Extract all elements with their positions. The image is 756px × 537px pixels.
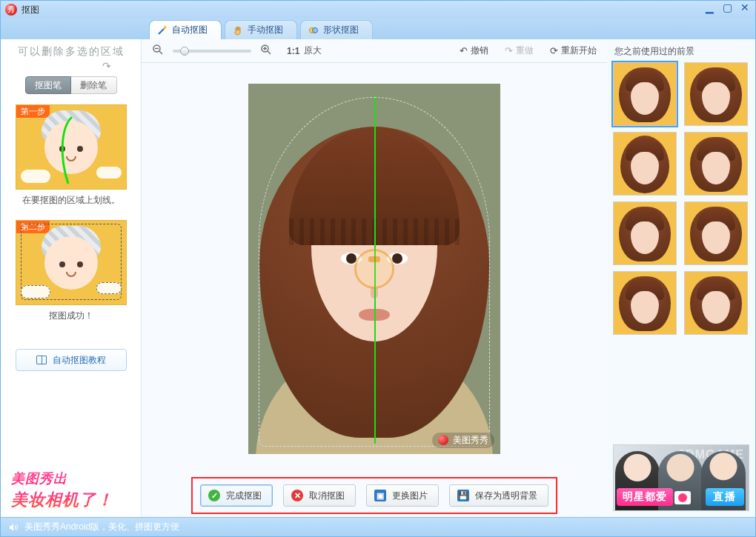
recent-thumb[interactable] [684, 132, 748, 196]
watermark-chip: 美图秀秀 [432, 433, 494, 448]
recent-thumb[interactable] [613, 201, 677, 265]
ad-banner[interactable]: 3DMGAME 明星都爱 直播 [613, 444, 749, 511]
canvas[interactable]: 美图秀秀 [248, 84, 500, 454]
promo-line2: 美妆相机了！ [11, 489, 134, 511]
action-buttons-highlight: ✓完成抠图 ✕取消抠图 ▣更换图片 💾保存为透明背景 [191, 477, 557, 514]
tab-label: 自动抠图 [172, 24, 208, 36]
cutout-pen-button[interactable]: 抠图笔 [25, 76, 71, 94]
cross-icon: ✕ [291, 490, 303, 501]
save-label: 保存为透明背景 [475, 490, 537, 502]
status-text: 美图秀秀Android版，美化、拼图更方便 [24, 521, 179, 533]
zoom-slider[interactable] [173, 50, 251, 53]
svg-line-7 [268, 51, 271, 54]
undo-icon: ↶ [460, 45, 468, 56]
watermark-text: 美图秀秀 [453, 434, 488, 447]
tutorial-button[interactable]: 自动抠图教程 [16, 349, 127, 371]
book-icon [36, 356, 47, 364]
step2-card: 第二步 抠图成功！ [16, 220, 127, 330]
step1-card: 第一步 在要抠图的区域上划线。 [16, 104, 127, 214]
check-icon: ✓ [208, 490, 220, 501]
recent-thumb[interactable] [684, 201, 748, 265]
tab-manual-cutout[interactable]: 手动抠图 [225, 20, 297, 39]
redo-button: ↷重做 [505, 44, 534, 57]
ad-ribbon: 明星都爱 [617, 488, 673, 506]
mascot-watermark-icon [348, 243, 400, 295]
recent-thumb[interactable] [613, 271, 677, 335]
redo-label: 重做 [516, 44, 534, 57]
svg-line-4 [159, 51, 162, 54]
promo-banner[interactable]: 美图秀出 美妆相机了！ [8, 470, 134, 511]
recent-foreground-grid [613, 62, 749, 335]
recent-foreground-title: 您之前使用过的前景 [614, 45, 749, 58]
save-transparent-button[interactable]: 💾保存为透明背景 [449, 484, 548, 507]
hand-icon [233, 25, 243, 36]
replace-image-button[interactable]: ▣更换图片 [366, 484, 439, 507]
wand-icon [157, 25, 168, 36]
hint-arrow-icon: ↷ [102, 60, 111, 72]
minimize-button[interactable]: ▁ [703, 3, 715, 13]
ad-live-badge: 直播 [706, 488, 744, 506]
left-sidebar: 可以删除多选的区域 ↷ 抠图笔 删除笔 第一步 在要抠图的区域上划线。 第二步 [1, 39, 142, 517]
finish-label: 完成抠图 [226, 490, 262, 502]
recent-thumb[interactable] [684, 271, 748, 335]
tab-label: 手动抠图 [248, 24, 283, 36]
tool-toggle: 抠图笔 删除笔 [25, 76, 117, 94]
maximize-button[interactable]: ▢ [721, 3, 733, 13]
replace-label: 更换图片 [392, 490, 428, 502]
image-icon: ▣ [374, 490, 386, 501]
app-logo-icon: 秀 [5, 4, 17, 16]
close-button[interactable]: ✕ [739, 3, 751, 13]
speaker-icon [8, 522, 19, 533]
center-panel: 1:1 原大 ↶撤销 ↷重做 ⟳重新开始 [142, 39, 607, 517]
promo-line1: 美图秀出 [11, 470, 134, 487]
save-icon: 💾 [457, 490, 469, 501]
tutorial-label: 自动抠图教程 [53, 354, 106, 367]
restart-icon: ⟳ [550, 45, 558, 56]
finish-cutout-button[interactable]: ✓完成抠图 [200, 484, 273, 507]
status-bar: 美图秀秀Android版，美化、拼图更方便 [1, 517, 755, 536]
restart-button[interactable]: ⟳重新开始 [550, 44, 597, 57]
tab-label: 形状抠图 [323, 24, 359, 36]
mode-tabs: 自动抠图 手动抠图 形状抠图 [1, 19, 755, 39]
window-title: 抠图 [21, 4, 39, 16]
step2-caption: 抠图成功！ [16, 310, 127, 322]
redo-icon: ↷ [505, 45, 513, 56]
watermark-logo-icon [438, 435, 448, 445]
undo-button[interactable]: ↶撤销 [460, 44, 488, 57]
step2-image [44, 236, 98, 290]
shape-icon [308, 25, 319, 36]
zoom-out-icon[interactable] [152, 44, 164, 58]
recent-thumb[interactable] [684, 62, 748, 126]
camera-icon [674, 491, 691, 504]
recent-thumb[interactable] [613, 132, 677, 196]
title-bar: 秀 抠图 ▁ ▢ ✕ [1, 1, 755, 19]
tab-shape-cutout[interactable]: 形状抠图 [300, 20, 373, 39]
zoom-in-icon[interactable] [260, 44, 272, 58]
erase-pen-button[interactable]: 删除笔 [71, 76, 117, 94]
tab-auto-cutout[interactable]: 自动抠图 [149, 20, 222, 39]
zoom-ratio[interactable]: 1:1 [287, 46, 299, 56]
restart-label: 重新开始 [561, 44, 597, 57]
step1-caption: 在要抠图的区域上划线。 [16, 194, 127, 207]
canvas-toolbar: 1:1 原大 ↶撤销 ↷重做 ⟳重新开始 [142, 39, 607, 63]
zoom-text: 原大 [304, 44, 322, 57]
cancel-cutout-button[interactable]: ✕取消抠图 [283, 484, 356, 507]
cancel-label: 取消抠图 [309, 490, 345, 502]
undo-label: 撤销 [471, 44, 488, 57]
hint-text: 可以删除多选的区域 [18, 45, 125, 59]
right-panel: 您之前使用过的前景 3DMGAME 明星都爱 直播 [607, 39, 755, 517]
svg-point-2 [313, 27, 318, 33]
recent-thumb[interactable] [613, 62, 677, 126]
